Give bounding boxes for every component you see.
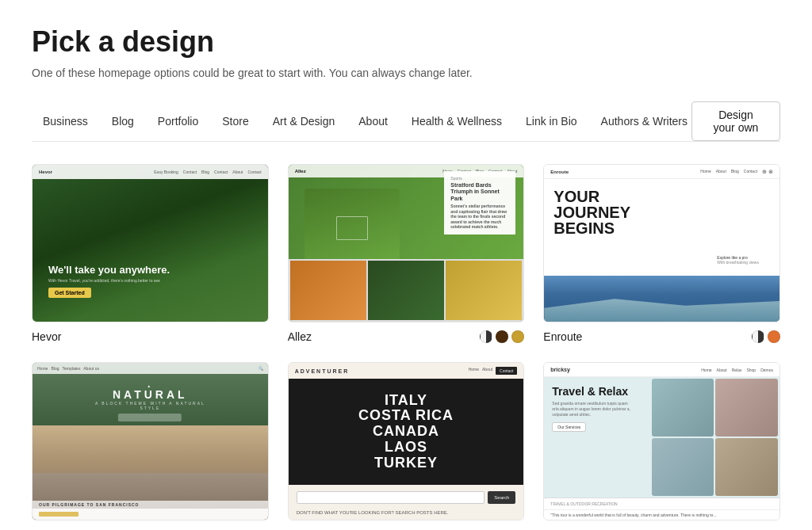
template-card-bricksy-pro[interactable]: bricksy Home About Relax Shop Demos Trav… — [543, 362, 780, 530]
adventurer-logo: ADVENTURER — [295, 368, 350, 374]
allez-color-dots — [480, 330, 524, 343]
template-card-enroute[interactable]: Enroute HomeAboutBlogContact ⊕ ⊗ YOURJOU… — [543, 164, 780, 343]
bricksy-img-4 — [715, 438, 778, 496]
hevor-name: Hevor — [32, 330, 61, 343]
natural-logo: NATURAL — [91, 388, 209, 401]
filter-blog[interactable]: Blog — [101, 109, 145, 134]
adventurer-top-bar: ADVENTURER Home About Contact — [289, 363, 524, 379]
filter-art-design[interactable]: Art & Design — [262, 109, 347, 134]
hevor-nav: Easy BookingContactBlogContactAboutConta… — [154, 170, 261, 174]
page-title: Pick a design — [32, 25, 780, 59]
bricksy-preview: bricksy Home About Relax Shop Demos Trav… — [544, 363, 779, 520]
natural-tagline: A BLOCK THEME WITH A NATURAL STYLE — [91, 401, 209, 410]
bricksy-quote: "This tour is a wonderful world that is … — [544, 509, 779, 520]
allez-main-img — [304, 189, 400, 259]
enroute-hero: Explore like a proWith breathtaking view… — [544, 246, 779, 322]
bricksy-img-1 — [652, 379, 714, 437]
allez-logo: Allez — [295, 169, 306, 173]
bricksy-logo: bricksy — [550, 367, 570, 372]
filter-business[interactable]: Business — [32, 109, 99, 134]
enroute-preview: Enroute HomeAboutBlogContact ⊕ ⊗ YOURJOU… — [544, 165, 779, 322]
adventurer-preview: ADVENTURER Home About Contact ITALYCOSTA… — [289, 363, 524, 520]
enroute-color-dots — [752, 330, 780, 343]
enroute-color-1[interactable] — [752, 330, 764, 343]
enroute-color-2[interactable] — [768, 330, 780, 343]
allez-headline: Stratford Bards Triumph in Sonnet Park — [450, 182, 509, 202]
adventurer-hero: ITALYCOSTA RICACANADALAOSTURKEY — [289, 379, 524, 485]
allez-color-2[interactable] — [496, 330, 508, 343]
bricksy-nav-demos: Demos — [760, 368, 773, 372]
filter-authors-writers[interactable]: Authors & Writers — [590, 109, 691, 134]
page-subtitle: One of these homepage options could be g… — [32, 67, 780, 79]
template-thumb-enroute: Enroute HomeAboutBlogContact ⊕ ⊗ YOURJOU… — [543, 164, 780, 322]
template-card-natural-block[interactable]: Home Blog Templates About us 🔍 ▲ NATURAL… — [32, 362, 269, 530]
natural-logo-area: ▲ NATURAL A BLOCK THEME WITH A NATURAL S… — [91, 369, 209, 421]
allez-img-1 — [290, 261, 366, 320]
adventurer-search-box — [297, 491, 485, 504]
template-card-allez[interactable]: Allez NewsContactBlogContactAbout Sports… — [288, 164, 525, 343]
allez-bottom-grid — [289, 259, 524, 322]
template-thumb-natural-block: Home Blog Templates About us 🔍 ▲ NATURAL… — [32, 362, 269, 520]
adventurer-search-button: Search — [488, 491, 515, 504]
enroute-nav: HomeAboutBlogContact ⊕ ⊗ — [700, 169, 773, 175]
enroute-name: Enroute — [543, 330, 582, 343]
bricksy-cta-btn: Our Services — [552, 422, 586, 432]
hevor-top-bar: Hevor Easy BookingContactBlogContactAbou… — [33, 165, 268, 179]
hevor-preview: Hevor Easy BookingContactBlogContactAbou… — [33, 165, 268, 322]
allez-desc: Sonnet's stellar performance and captiva… — [450, 204, 509, 230]
filter-health-wellness[interactable]: Health & Wellness — [400, 109, 513, 134]
natural-nav: Home Blog Templates About us — [37, 366, 99, 371]
adventurer-nav-about: About — [482, 367, 492, 375]
bricksy-image-grid — [650, 377, 779, 498]
template-thumb-adventurer: ADVENTURER Home About Contact ITALYCOSTA… — [288, 362, 525, 520]
hevor-hero-text: We'll take you anywhere. With Hevor Trav… — [48, 264, 170, 298]
filter-items-group: Business Blog Portfolio Store Art & Desi… — [32, 109, 691, 134]
enroute-info: Enroute — [543, 330, 780, 343]
adventurer-nav: Home About Contact — [469, 367, 518, 375]
natural-hero: Home Blog Templates About us 🔍 ▲ NATURAL… — [33, 363, 268, 433]
allez-color-3[interactable] — [511, 330, 524, 343]
natural-footer-btn — [39, 512, 79, 517]
hevor-info: Hevor — [32, 330, 269, 343]
template-thumb-allez: Allez NewsContactBlogContactAbout Sports… — [288, 164, 525, 322]
hevor-logo: Hevor — [39, 170, 52, 174]
filter-link-in-bio[interactable]: Link in Bio — [515, 109, 588, 134]
templates-grid: Hevor Easy BookingContactBlogContactAbou… — [32, 164, 780, 530]
natural-caption: OUR PILGRIMAGE TO SAN FRANCISCO — [39, 502, 139, 507]
allez-category: Sports — [450, 176, 509, 181]
natural-search-nav: 🔍 — [259, 366, 263, 371]
natural-bottom-bar: OUR PILGRIMAGE TO SAN FRANCISCO — [33, 501, 268, 509]
enroute-headline: YOURJOURNEYBEGINS — [553, 189, 770, 236]
allez-info: Allez — [288, 330, 525, 343]
bricksy-img-2 — [715, 379, 778, 437]
bricksy-nav-relax: Relax — [732, 368, 742, 372]
template-card-hevor[interactable]: Hevor Easy BookingContactBlogContactAbou… — [32, 164, 269, 343]
natural-footer-bar — [33, 509, 268, 520]
natural-search-bar — [118, 414, 182, 421]
adventurer-search-area: Search — [289, 485, 524, 510]
filter-portfolio[interactable]: Portfolio — [147, 109, 209, 134]
filter-store[interactable]: Store — [211, 109, 259, 134]
natural-preview: Home Blog Templates About us 🔍 ▲ NATURAL… — [33, 363, 268, 520]
design-your-own-button[interactable]: Design your own — [691, 101, 780, 141]
bricksy-img-3 — [652, 438, 714, 496]
filter-about[interactable]: About — [347, 109, 399, 134]
adventurer-nav-cta: Contact — [496, 367, 517, 375]
enroute-logo: Enroute — [550, 170, 569, 174]
hevor-tagline: We'll take you anywhere. — [48, 264, 170, 276]
allez-hero: Allez NewsContactBlogContactAbout Sports… — [289, 165, 524, 259]
adventurer-caption-text: DON'T FIND WHAT YOU'RE LOOKING FOR? SEAR… — [289, 510, 524, 520]
allez-article: Sports Stratford Bards Triumph in Sonnet… — [444, 171, 515, 234]
bricksy-desc: Sed gravida ornare vestibulum turpis qua… — [552, 401, 631, 418]
bricksy-nav-shop: Shop — [746, 368, 756, 372]
allez-preview: Allez NewsContactBlogContactAbout Sports… — [289, 165, 524, 322]
natural-landscape: OUR PILGRIMAGE TO SAN FRANCISCO — [33, 425, 268, 520]
allez-img-3 — [446, 261, 522, 320]
allez-color-1[interactable] — [480, 330, 492, 343]
bricksy-nav-about: About — [717, 368, 727, 372]
template-card-adventurer[interactable]: ADVENTURER Home About Contact ITALYCOSTA… — [288, 362, 525, 530]
hevor-subtext: With Hevor Travel, you're addicted, ther… — [48, 278, 170, 283]
bricksy-top-bar: bricksy Home About Relax Shop Demos — [544, 363, 779, 377]
enroute-caption: Explore like a proWith breathtaking view… — [712, 252, 764, 268]
filter-bar: Business Blog Portfolio Store Art & Desi… — [32, 101, 780, 142]
